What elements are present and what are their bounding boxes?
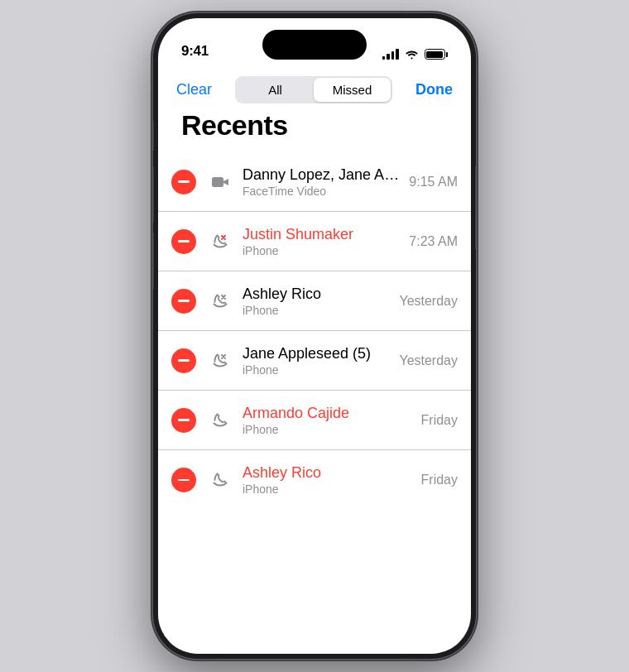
call-type: iPhone xyxy=(242,423,415,436)
battery-icon xyxy=(425,49,449,60)
call-icon-wrap xyxy=(208,170,233,194)
phone-shell: 9:41 xyxy=(153,13,476,659)
phone-missed-icon xyxy=(211,292,229,310)
call-name: Jane Appleseed (5) xyxy=(242,345,392,362)
nav-bar: Clear All Missed Done xyxy=(158,66,471,113)
call-row: Armando Cajide iPhone Friday xyxy=(158,391,471,450)
call-icon-wrap xyxy=(208,229,233,254)
call-icon-wrap xyxy=(208,289,233,314)
call-type: FaceTime Video xyxy=(242,185,402,198)
call-icon-wrap xyxy=(208,348,233,373)
signal-bar-1 xyxy=(382,56,386,60)
phone-icon xyxy=(211,471,229,489)
delete-button[interactable] xyxy=(171,408,196,433)
call-info: Jane Appleseed (5) iPhone xyxy=(242,345,392,377)
delete-button[interactable] xyxy=(171,170,196,194)
call-time: Yesterday xyxy=(399,294,458,309)
delete-button[interactable] xyxy=(171,229,196,254)
delete-button[interactable] xyxy=(171,289,196,314)
call-info: Justin Shumaker iPhone xyxy=(242,226,402,257)
segment-missed[interactable]: Missed xyxy=(314,78,391,102)
call-time: Friday xyxy=(421,413,458,428)
call-row: Justin Shumaker iPhone 7:23 AM xyxy=(158,212,471,271)
call-type: iPhone xyxy=(242,304,392,317)
call-info: Ashley Rico iPhone xyxy=(242,286,392,317)
call-info: Armando Cajide iPhone xyxy=(242,405,415,436)
call-name: Danny Lopez, Jane Appleseed xyxy=(242,166,402,184)
segment-all[interactable]: All xyxy=(237,78,314,102)
clear-button[interactable]: Clear xyxy=(176,81,212,98)
call-icon-wrap xyxy=(208,408,233,433)
call-time: Yesterday xyxy=(399,353,458,368)
call-icon-wrap xyxy=(208,468,233,492)
call-row: Jane Appleseed (5) iPhone Yesterday xyxy=(158,331,471,391)
call-type: iPhone xyxy=(242,482,415,496)
call-info: Danny Lopez, Jane Appleseed FaceTime Vid… xyxy=(242,166,402,198)
page-title: Recents xyxy=(181,109,288,142)
call-type: iPhone xyxy=(242,244,402,257)
phone-missed-icon xyxy=(211,352,229,370)
call-row: Danny Lopez, Jane Appleseed FaceTime Vid… xyxy=(158,152,471,212)
phone-screen: 9:41 xyxy=(158,18,471,654)
signal-bars-icon xyxy=(382,49,399,60)
call-time: 7:23 AM xyxy=(409,234,458,249)
delete-button[interactable] xyxy=(171,468,196,492)
segmented-control: All Missed xyxy=(235,76,392,103)
delete-button[interactable] xyxy=(171,348,196,373)
call-row: Ashley Rico iPhone Friday xyxy=(158,450,471,510)
volume-up-button[interactable] xyxy=(153,166,154,223)
call-info: Ashley Rico iPhone xyxy=(242,464,415,496)
signal-bar-4 xyxy=(396,49,399,60)
volume-down-button[interactable] xyxy=(153,233,154,289)
call-time: 9:15 AM xyxy=(409,175,458,190)
call-row: Ashley Rico iPhone Yesterday xyxy=(158,271,471,331)
mute-button[interactable] xyxy=(153,121,154,151)
call-name: Ashley Rico xyxy=(242,286,392,303)
recents-list: Danny Lopez, Jane Appleseed FaceTime Vid… xyxy=(158,152,471,654)
phone-missed-icon xyxy=(211,233,229,251)
phone-wrapper: 9:41 xyxy=(153,13,476,659)
call-name: Ashley Rico xyxy=(242,464,415,482)
phone-icon xyxy=(211,411,229,430)
facetime-icon xyxy=(211,173,229,191)
power-button[interactable] xyxy=(475,166,476,249)
done-button[interactable]: Done xyxy=(415,81,453,98)
call-time: Friday xyxy=(421,473,458,487)
status-icons xyxy=(382,49,449,60)
call-name: Justin Shumaker xyxy=(242,226,402,243)
dynamic-island xyxy=(262,30,367,60)
call-name: Armando Cajide xyxy=(242,405,415,422)
status-time: 9:41 xyxy=(181,43,209,60)
svg-rect-0 xyxy=(212,177,223,187)
signal-bar-3 xyxy=(391,51,395,60)
call-type: iPhone xyxy=(242,363,392,377)
signal-bar-2 xyxy=(387,54,390,60)
wifi-icon xyxy=(405,49,419,60)
